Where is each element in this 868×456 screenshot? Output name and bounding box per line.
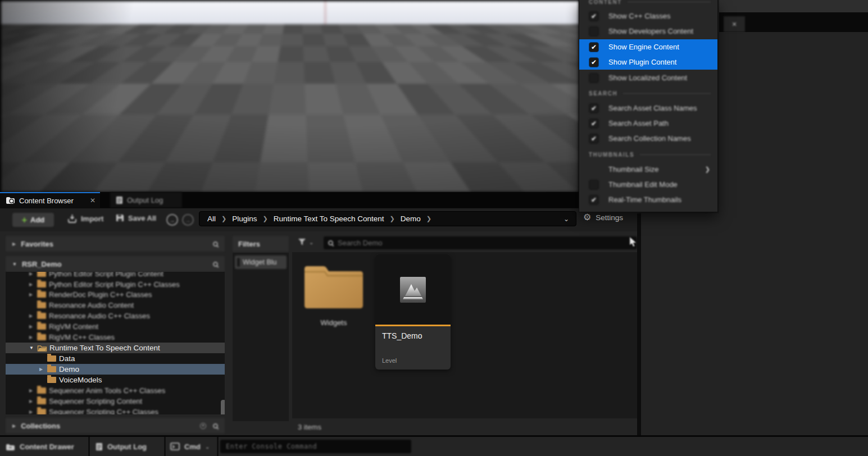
menu-item-search-asset-path[interactable]: ✔ Search Asset Path <box>579 116 717 131</box>
folder-icon <box>37 409 46 414</box>
asset-thumbnail <box>375 254 451 325</box>
filter-menu-button[interactable]: ⌄ <box>298 238 313 246</box>
menu-item-show-engine-content[interactable]: ✔ Show Engine Content <box>579 39 717 54</box>
sidebar-item-resonance-audio-content[interactable]: Resonance Audio Content <box>6 300 225 311</box>
sidebar-item-sequencer-anim-tools-cpp[interactable]: ▶ Sequencer Anim Tools C++ Classes <box>6 385 225 396</box>
folder-icon <box>37 334 46 340</box>
save-all-button[interactable]: Save All <box>116 214 156 222</box>
sidebar-item-rigvm-cpp[interactable]: ▶ RigVM C++ Classes <box>6 332 225 343</box>
content-drawer-button[interactable]: Content Drawer <box>6 437 74 456</box>
folder-icon <box>37 313 46 319</box>
sidebar-item-python-editor-script-plugin-content[interactable]: ▶ Python Editor Script Plugin Content <box>6 272 225 279</box>
import-icon <box>67 214 77 223</box>
expander-icon[interactable]: ▶ <box>29 324 37 329</box>
expander-icon[interactable]: ▶ <box>29 388 37 393</box>
console-input[interactable] <box>226 443 406 450</box>
folder-icon <box>37 281 46 288</box>
console-command-box[interactable] <box>220 440 411 453</box>
menu-item-show-cpp-classes[interactable]: ✔ Show C++ Classes <box>579 8 717 24</box>
breadcrumb-runtime-tts-content[interactable]: Runtime Text To Speech Content <box>274 215 384 223</box>
expander-icon[interactable]: ▶ <box>29 282 37 287</box>
tab-output-log[interactable]: Output Log <box>110 192 182 208</box>
close-icon[interactable]: ✕ <box>90 197 96 204</box>
collections-header[interactable]: ▶ Collections <box>6 418 225 434</box>
output-log-button[interactable]: Output Log <box>96 437 147 456</box>
settings-button[interactable]: ⚙ Settings <box>583 213 623 222</box>
search-icon[interactable] <box>213 262 218 267</box>
asset-folder-widgets[interactable]: Widgets <box>302 262 365 327</box>
menu-item-search-asset-class-names[interactable]: ✔ Search Asset Class Names <box>579 101 717 116</box>
menu-item-show-plugin-content[interactable]: ✔ Show Plugin Content <box>579 54 717 70</box>
plus-icon: + <box>22 216 27 225</box>
output-log-icon <box>96 443 103 451</box>
sidebar-item-runtime-text-to-speech-content[interactable]: ▼ Runtime Text To Speech Content <box>6 343 225 353</box>
sidebar-item-renderdoc-plugin-cpp[interactable]: ▶ RenderDoc Plugin C++ Classes <box>6 289 225 300</box>
menu-item-real-time-thumbnails[interactable]: ✔ Real-Time Thumbnails <box>579 192 717 207</box>
close-icon[interactable]: ✕ <box>731 21 737 28</box>
checkbox-unchecked-icon <box>589 26 599 37</box>
viewport-vignette <box>0 0 579 192</box>
collapsed-tab[interactable]: ✕ <box>724 16 745 32</box>
breadcrumb-plugins[interactable]: Plugins <box>232 215 257 223</box>
breadcrumb-demo[interactable]: Demo <box>401 215 421 223</box>
checkbox-checked-icon: ✔ <box>589 118 599 129</box>
sidebar-item-rigvm-content[interactable]: ▶ RigVM Content <box>6 321 225 332</box>
checkbox-unchecked-icon <box>589 180 599 190</box>
expander-icon[interactable]: ▼ <box>29 345 37 350</box>
sources-root-header[interactable]: ▼ RSR_Demo <box>6 256 225 272</box>
favorites-header[interactable]: ▶ Favorites <box>6 236 225 252</box>
expander-icon[interactable]: ▶ <box>29 409 37 414</box>
chevron-right-icon: ❯ <box>221 215 226 222</box>
asset-card-tts-demo[interactable]: TTS_Demo Level <box>375 254 451 370</box>
sidebar-item-python-editor-script-plugin-cpp[interactable]: ▶ Python Editor Script Plugin C++ Classe… <box>6 279 225 290</box>
expander-icon[interactable]: ▶ <box>29 399 37 404</box>
sidebar-item-demo[interactable]: ▶ Demo <box>6 364 225 375</box>
back-button[interactable]: → <box>166 214 178 226</box>
menu-item-thumbnail-edit-mode[interactable]: Thumbnail Edit Mode <box>579 177 717 192</box>
search-icon <box>328 240 333 245</box>
asset-search-box[interactable] <box>324 236 637 249</box>
forward-button[interactable]: → <box>182 214 194 226</box>
tab-content-browser[interactable]: Content Browser ✕ <box>0 192 100 208</box>
filter-chip-widget-blueprint[interactable]: Widget Blu <box>235 256 287 269</box>
cmd-selector[interactable]: Cmd ⌄ <box>170 437 210 456</box>
forward-arrow-icon: → <box>185 217 191 224</box>
expander-icon[interactable]: ▶ <box>29 313 37 318</box>
sidebar-item-voicemodels[interactable]: VoiceModels <box>6 375 225 385</box>
breadcrumb-dropdown-icon[interactable]: ⌄ <box>563 215 569 223</box>
sidebar-item-sequencer-scripting-cpp[interactable]: ▶ Sequencer Scripting C++ Classes <box>6 407 225 414</box>
level-viewport[interactable]: Z Y <box>0 0 579 192</box>
breadcrumb[interactable]: All ❯ Plugins ❯ Runtime Text To Speech C… <box>199 211 576 226</box>
right-top-panel: ✕ <box>719 0 868 213</box>
import-button[interactable]: Import <box>67 214 103 223</box>
sidebar-item-data[interactable]: Data <box>6 353 225 364</box>
statusbar-divider <box>217 437 219 456</box>
expander-icon[interactable]: ▶ <box>29 335 37 340</box>
expander-icon[interactable]: ▶ <box>29 272 37 276</box>
menu-item-show-developers-content[interactable]: Show Developers Content <box>579 24 717 39</box>
sidebar-item-sequencer-scripting-content[interactable]: ▶ Sequencer Scripting Content <box>6 396 225 407</box>
tab-label: Content Browser <box>19 197 74 205</box>
expander-icon[interactable]: ▶ <box>39 367 47 372</box>
statusbar-divider <box>88 437 90 456</box>
search-icon[interactable] <box>213 241 218 247</box>
filters-header: Filters <box>233 236 289 252</box>
folder-icon <box>47 355 56 362</box>
menu-item-show-localized-content[interactable]: Show Localized Content <box>579 70 717 85</box>
menu-item-search-collection-names[interactable]: ✔ Search Collection Names <box>579 131 717 146</box>
unreal-editor-window: Z Y Content Browser ✕ O <box>0 0 868 456</box>
tree-scrollbar[interactable] <box>221 400 225 414</box>
menu-item-thumbnail-size[interactable]: Thumbnail Size ❯ <box>579 162 717 177</box>
add-button[interactable]: + Add <box>12 213 54 227</box>
sidebar-item-resonance-audio-cpp[interactable]: ▶ Resonance Audio C++ Classes <box>6 311 225 321</box>
menu-section-content: CONTENT <box>579 0 717 7</box>
search-input[interactable] <box>338 239 633 247</box>
right-bottom-panel <box>641 213 868 435</box>
panel-tab-bar: Content Browser ✕ Output Log <box>0 192 579 208</box>
breadcrumb-all[interactable]: All <box>207 215 216 223</box>
chevron-collapsed-icon: ▶ <box>12 241 16 247</box>
search-icon[interactable] <box>213 423 218 428</box>
expander-icon[interactable]: ▶ <box>29 292 37 297</box>
status-bar: Content Drawer Output Log Cmd ⌄ <box>0 435 868 456</box>
add-collection-icon[interactable] <box>200 423 206 429</box>
